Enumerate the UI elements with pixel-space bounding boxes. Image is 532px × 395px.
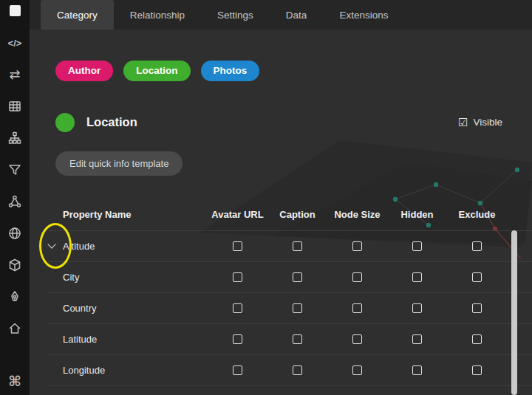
hidden-checkbox[interactable] <box>412 334 422 344</box>
network-triangle-icon[interactable] <box>7 193 23 210</box>
code-icon[interactable]: </> <box>7 35 23 51</box>
node-size-checkbox[interactable] <box>352 334 362 344</box>
visible-label: Visible <box>473 117 502 128</box>
exclude-checkbox[interactable] <box>472 365 482 375</box>
category-title: Location <box>86 115 137 129</box>
table-scrollbar[interactable] <box>511 230 517 395</box>
property-table: Property Name Avatar URL Caption Node Si… <box>48 205 532 386</box>
category-pills: Author Location Photos <box>55 61 532 81</box>
tab-relationship[interactable]: Relationship <box>114 0 201 30</box>
column-header-avatar-url: Avatar URL <box>208 209 267 220</box>
chevron-down-icon[interactable] <box>47 240 55 248</box>
category-panel: Author Location Photos Location ☑ Visibl… <box>30 30 532 395</box>
tab-data[interactable]: Data <box>270 0 324 30</box>
exclude-checkbox[interactable] <box>472 303 482 313</box>
command-icon[interactable]: ⌘ <box>7 373 23 389</box>
tab-category[interactable]: Category <box>41 0 114 30</box>
exclude-checkbox[interactable] <box>472 241 482 251</box>
globe-icon[interactable] <box>7 225 23 241</box>
table-row: Country <box>48 293 532 324</box>
property-name: Longitude <box>63 365 105 376</box>
edit-quick-info-button[interactable]: Edit quick info template <box>55 151 183 176</box>
table-row: Latitude <box>48 324 532 355</box>
left-toolbar: </> ⇄ ⌘ <box>0 0 30 395</box>
avatar-url-checkbox[interactable] <box>233 303 242 313</box>
hidden-checkbox[interactable] <box>412 365 422 375</box>
property-name: Altitude <box>63 241 95 252</box>
property-table-header: Property Name Avatar URL Caption Node Si… <box>48 205 532 224</box>
category-color-dot[interactable] <box>55 113 75 132</box>
hidden-checkbox[interactable] <box>412 303 422 313</box>
table-grid-icon[interactable] <box>7 98 23 114</box>
avatar-url-checkbox[interactable] <box>233 334 242 344</box>
node-size-checkbox[interactable] <box>352 303 362 313</box>
avatar-url-checkbox[interactable] <box>233 272 242 282</box>
column-header-node-size: Node Size <box>327 209 387 220</box>
exclude-checkbox[interactable] <box>472 272 482 282</box>
table-row: City <box>48 262 532 293</box>
visible-toggle[interactable]: ☑ Visible <box>458 116 502 129</box>
hidden-checkbox[interactable] <box>412 241 422 251</box>
category-pill-location[interactable]: Location <box>123 61 190 81</box>
node-size-checkbox[interactable] <box>352 365 362 375</box>
property-name: Latitude <box>63 334 97 345</box>
hidden-checkbox[interactable] <box>412 272 422 282</box>
hierarchy-icon[interactable] <box>7 130 23 146</box>
filter-icon[interactable] <box>7 162 23 178</box>
avatar-url-checkbox[interactable] <box>233 365 242 375</box>
tab-settings[interactable]: Settings <box>201 0 270 30</box>
property-name: Country <box>63 303 97 314</box>
category-pill-author[interactable]: Author <box>55 61 113 81</box>
node-size-checkbox[interactable] <box>352 241 362 251</box>
table-row: Altitude <box>48 230 532 262</box>
caption-checkbox[interactable] <box>293 241 302 251</box>
category-section-header: Location ☑ Visible <box>55 113 532 132</box>
column-header-caption: Caption <box>267 209 327 220</box>
home-icon[interactable] <box>7 320 23 337</box>
swap-arrows-icon[interactable]: ⇄ <box>7 66 23 83</box>
column-header-hidden: Hidden <box>387 209 447 220</box>
caption-checkbox[interactable] <box>293 334 302 344</box>
checked-checkbox-icon: ☑ <box>458 116 468 129</box>
cube-icon[interactable] <box>7 257 23 273</box>
property-name: City <box>63 272 79 283</box>
column-header-property-name: Property Name <box>48 209 208 220</box>
exclude-checkbox[interactable] <box>472 334 482 344</box>
caption-checkbox[interactable] <box>293 272 302 282</box>
avatar-url-checkbox[interactable] <box>233 241 242 251</box>
caption-checkbox[interactable] <box>293 365 302 375</box>
caption-checkbox[interactable] <box>293 303 302 313</box>
app-square-icon[interactable] <box>10 5 21 16</box>
tab-extensions[interactable]: Extensions <box>323 0 404 30</box>
pen-tool-icon[interactable] <box>7 289 23 305</box>
property-table-rows: Altitude City Country Latitude <box>48 230 532 386</box>
top-tab-bar: Category Relationship Settings Data Exte… <box>30 0 532 30</box>
column-header-exclude: Exclude <box>447 209 507 220</box>
category-pill-photos[interactable]: Photos <box>201 61 260 81</box>
node-size-checkbox[interactable] <box>352 272 362 282</box>
table-row: Longitude <box>48 355 532 386</box>
